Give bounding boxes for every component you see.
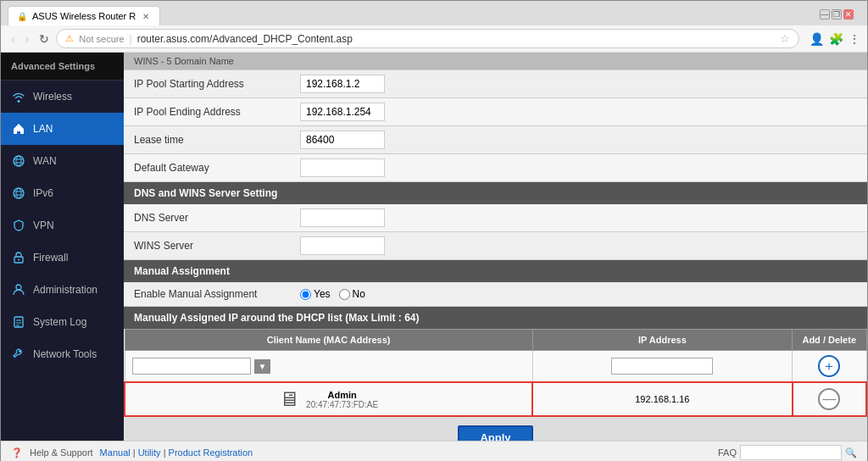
assigned-client-content: 🖥 Admin 20:47:47:73:FD:AE bbox=[132, 387, 525, 411]
dhcp-table: Client Name (MAC Address) IP Address Add… bbox=[124, 329, 867, 417]
reload-button[interactable]: ↻ bbox=[36, 31, 53, 47]
sidebar-header: Advanced Settings bbox=[1, 53, 124, 81]
profile-icon[interactable]: 👤 bbox=[810, 32, 824, 46]
ip-pool-end-row: IP Pool Ending Address bbox=[124, 98, 867, 126]
assigned-client-cell: 🖥 Admin 20:47:47:73:FD:AE bbox=[125, 382, 532, 416]
col-add-delete-header: Add / Delete bbox=[793, 330, 867, 351]
sidebar-item-network-tools[interactable]: Network Tools bbox=[1, 338, 124, 370]
sidebar-item-system-log-label: System Log bbox=[33, 316, 86, 328]
window-minimize-button[interactable]: — bbox=[820, 9, 830, 19]
security-label: Not secure bbox=[79, 34, 124, 44]
lease-time-label: Lease time bbox=[124, 128, 293, 152]
ip-pool-start-input[interactable] bbox=[300, 75, 385, 93]
lease-time-value bbox=[293, 126, 867, 153]
radio-yes-label[interactable]: Yes bbox=[300, 288, 331, 300]
add-entry-button[interactable]: ＋ bbox=[818, 355, 840, 377]
help-icon: ❓ bbox=[11, 447, 23, 458]
delete-entry-button[interactable]: — bbox=[818, 388, 840, 410]
ip-address-input[interactable] bbox=[611, 358, 713, 375]
radio-yes-input[interactable] bbox=[300, 289, 311, 300]
svg-point-0 bbox=[14, 156, 24, 166]
enable-manual-label: Enable Manual Assignment bbox=[124, 282, 293, 306]
default-gateway-input[interactable] bbox=[300, 158, 385, 177]
client-input-cell: ▼ bbox=[125, 351, 532, 383]
globe-icon bbox=[11, 153, 26, 169]
svg-point-1 bbox=[14, 188, 24, 198]
dhcp-table-header-row: Client Name (MAC Address) IP Address Add… bbox=[125, 330, 866, 351]
sidebar-item-administration[interactable]: Administration bbox=[1, 274, 124, 306]
address-bar[interactable]: ⚠ Not secure | router.asus.com/Advanced_… bbox=[56, 29, 799, 48]
search-icon[interactable]: 🔍 bbox=[845, 447, 857, 458]
ip-pool-end-value bbox=[293, 98, 867, 125]
home-icon bbox=[11, 121, 26, 136]
content-area: WINS - 5 Domain Name IP Pool Starting Ad… bbox=[124, 53, 867, 441]
radio-yes-text: Yes bbox=[314, 288, 331, 300]
ip-pool-start-label: IP Pool Starting Address bbox=[124, 72, 293, 96]
utility-link[interactable]: Utility bbox=[138, 447, 161, 458]
person-icon bbox=[11, 282, 26, 297]
client-name-input[interactable] bbox=[132, 358, 251, 375]
manual-radio-group: Yes No bbox=[300, 288, 860, 300]
sidebar-item-ipv6-label: IPv6 bbox=[33, 187, 53, 199]
sidebar-item-vpn[interactable]: VPN bbox=[1, 209, 124, 242]
lease-time-row: Lease time bbox=[124, 126, 867, 154]
globe2-icon bbox=[11, 186, 26, 201]
assigned-entry-row: 🖥 Admin 20:47:47:73:FD:AE 192.168.1.16 — bbox=[125, 382, 866, 416]
sidebar-item-system-log[interactable]: System Log bbox=[1, 306, 124, 338]
faq-label: FAQ bbox=[718, 447, 737, 458]
radio-no-input[interactable] bbox=[339, 289, 350, 300]
apply-row: Apply bbox=[124, 417, 867, 441]
bookmark-icon[interactable]: ☆ bbox=[780, 32, 790, 45]
sidebar-item-lan[interactable]: LAN bbox=[1, 113, 124, 145]
dhcp-section-header: Manually Assigned IP around the DHCP lis… bbox=[124, 307, 867, 329]
window-restore-button[interactable]: ❐ bbox=[832, 9, 842, 19]
sidebar-item-firewall[interactable]: Firewall bbox=[1, 242, 124, 274]
active-tab[interactable]: 🔒 ASUS Wireless Router RT... ✕ bbox=[8, 6, 160, 25]
sidebar: Advanced Settings Wireless bbox=[1, 53, 124, 441]
manual-link[interactable]: Manual bbox=[100, 447, 131, 458]
sidebar-item-wireless[interactable]: Wireless bbox=[1, 81, 124, 113]
forward-button[interactable]: › bbox=[22, 31, 33, 47]
dns-server-label: DNS Server bbox=[124, 206, 293, 230]
dhcp-input-row: ▼ ＋ bbox=[125, 351, 866, 383]
sidebar-item-wan[interactable]: WAN bbox=[1, 145, 124, 177]
default-gateway-row: Default Gateway bbox=[124, 154, 867, 182]
main-layout: Advanced Settings Wireless bbox=[1, 53, 867, 441]
wins-domain-row: WINS - 5 Domain Name bbox=[124, 53, 867, 70]
client-dropdown-row: ▼ bbox=[132, 358, 526, 375]
assigned-client-info: Admin 20:47:47:73:FD:AE bbox=[306, 390, 378, 409]
menu-icon[interactable]: ⋮ bbox=[849, 32, 860, 46]
tab-bar: 🔒 ASUS Wireless Router RT... ✕ — ❐ ✕ bbox=[1, 1, 867, 25]
tab-close-button[interactable]: ✕ bbox=[141, 10, 151, 22]
assigned-client-name: Admin bbox=[306, 390, 378, 400]
dns-server-input[interactable] bbox=[300, 208, 385, 227]
radio-no-label[interactable]: No bbox=[339, 288, 365, 300]
ip-pool-end-input[interactable] bbox=[300, 103, 385, 121]
sidebar-item-wan-label: WAN bbox=[33, 155, 57, 167]
svg-point-4 bbox=[16, 285, 21, 290]
sidebar-item-ipv6[interactable]: IPv6 bbox=[1, 177, 124, 209]
apply-button[interactable]: Apply bbox=[458, 425, 532, 441]
dns-section-header: DNS and WINS Server Setting bbox=[124, 182, 867, 204]
tab-favicon: 🔒 bbox=[17, 12, 27, 21]
back-button[interactable]: ‹ bbox=[8, 31, 19, 47]
wins-server-input[interactable] bbox=[300, 236, 385, 255]
footer: ❓ Help & Support Manual | Utility | Prod… bbox=[1, 441, 867, 461]
lease-time-input[interactable] bbox=[300, 131, 385, 149]
footer-search: FAQ 🔍 bbox=[718, 445, 857, 460]
enable-manual-value: Yes No bbox=[293, 284, 867, 304]
client-dropdown-button[interactable]: ▼ bbox=[254, 359, 271, 374]
svg-point-3 bbox=[18, 259, 19, 261]
window-close-button[interactable]: ✕ bbox=[843, 9, 854, 19]
sidebar-item-lan-label: LAN bbox=[33, 123, 53, 135]
faq-search-input[interactable] bbox=[740, 445, 842, 460]
manual-section-header: Manual Assignment bbox=[124, 260, 867, 282]
sidebar-item-network-tools-label: Network Tools bbox=[33, 348, 97, 360]
assigned-ip-cell: 192.168.1.16 bbox=[532, 382, 792, 416]
product-registration-link[interactable]: Product Registration bbox=[169, 447, 253, 458]
nav-extra-icons: 👤 🧩 ⋮ bbox=[810, 32, 860, 46]
add-button-cell: ＋ bbox=[793, 351, 867, 383]
extensions-icon[interactable]: 🧩 bbox=[829, 32, 843, 46]
default-gateway-value bbox=[293, 154, 867, 181]
footer-links: Manual | Utility | Product Registration bbox=[100, 447, 253, 458]
